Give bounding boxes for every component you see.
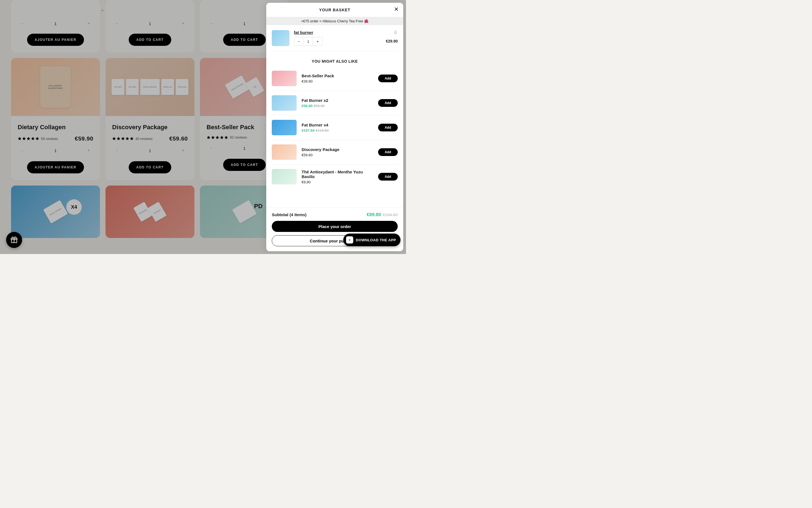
qty-plus[interactable]: + [313,37,322,46]
rec-add-button[interactable]: Add [378,148,398,156]
rewards-fab[interactable] [6,232,22,248]
rec-add-button[interactable]: Add [378,173,398,180]
rec-thumb[interactable] [272,169,297,184]
rec-title: Fat Burner x4 [301,123,373,127]
gift-icon [10,236,18,244]
cart-item-thumb[interactable] [272,30,289,46]
rec-title: Best-Seller Pack [301,74,373,78]
subtotal-value: €89.80€104.60 [367,212,398,218]
rec-thumb[interactable] [272,120,297,135]
qty-value: 1 [303,37,313,46]
place-order-button[interactable]: Place your order [272,221,398,232]
download-app-label: DOWNLOAD THE APP [356,238,396,242]
cart-item-name[interactable]: fat burner [294,30,313,35]
basket-header: YOUR BASKET [266,3,403,17]
close-button[interactable] [394,7,399,12]
subtotal-label: Subtotal (4 items) [272,212,307,217]
rec-price: €59.60 [301,153,373,157]
rec-title: Fat Burner x2 [301,98,373,103]
cart-line-item: fat burner − 1 + €29.90 [272,25,398,51]
basket-panel: YOUR BASKET +€75 order = Hibiscus Cherry… [266,3,403,251]
remove-item-button[interactable] [393,30,398,36]
recommendations-heading: YOU MIGHT ALSO LIKE [272,59,398,64]
rec-thumb[interactable] [272,71,297,86]
rec-item: Discovery Package €59.60 Add [272,140,398,165]
rec-price: €56.80€59.80 [301,104,373,108]
basket-scroll[interactable]: fat burner − 1 + €29.90 YOU MIGHT ALSO L… [266,25,403,207]
rec-price: €39.80 [301,79,373,83]
rec-item: Best-Seller Pack €39.80 Add [272,66,398,91]
promo-banner: +€75 order = Hibiscus Cherry Tea Free 🌺 [266,17,403,25]
qty-minus[interactable]: − [294,37,303,46]
rec-price: €9,90 [301,180,373,184]
rec-add-button[interactable]: Add [378,124,398,131]
rec-title: Discovery Package [301,147,373,152]
rec-add-button[interactable]: Add [378,99,398,107]
rec-item: Fat Burner x4 €107.64€119.60 Add [272,115,398,140]
rec-thumb[interactable] [272,95,297,111]
trash-icon [393,30,398,35]
close-icon [394,7,399,12]
basket-title: YOUR BASKET [319,8,351,12]
cart-qty-stepper: − 1 + [294,37,323,46]
cart-item-price: €29.90 [386,39,398,43]
download-app-pill[interactable]: ✕ DOWNLOAD THE APP [343,234,401,246]
rec-title: Thé Antioxydant - Menthe Yuzu Basilic [301,170,373,179]
rec-item: Fat Burner x2 €56.80€59.80 Add [272,91,398,115]
rec-thumb[interactable] [272,144,297,160]
rec-price: €107.64€119.60 [301,128,373,132]
rec-add-button[interactable]: Add [378,75,398,82]
rec-item: Thé Antioxydant - Menthe Yuzu Basilic €9… [272,165,398,189]
app-icon: ✕ [346,236,353,244]
